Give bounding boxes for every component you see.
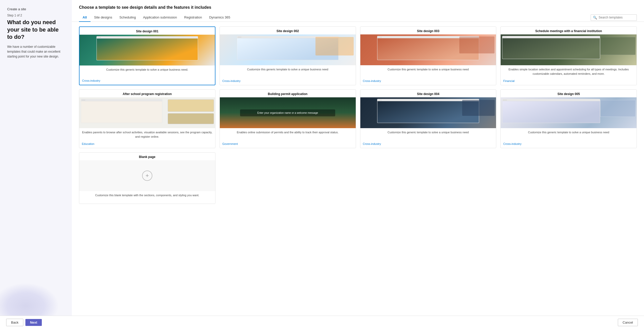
template-card-site-design-004[interactable]: Site design 004 Customize this generic t…: [360, 89, 497, 148]
template-card-building-permit[interactable]: Building permit application Enter your o…: [220, 89, 356, 148]
card-tag-005: Cross-industry: [501, 141, 637, 148]
card-desc-004: Customize this generic template to solve…: [360, 128, 496, 141]
card-title-building: Building permit application: [220, 90, 356, 97]
template-card-blank-page[interactable]: Blank page + Customize this blank templa…: [79, 152, 215, 204]
card-desc-schedule: Enables simple location selection and ap…: [501, 65, 637, 78]
card-tag-blank: [79, 200, 215, 204]
search-input[interactable]: [599, 16, 635, 19]
card-title-001: Site design 001: [80, 27, 215, 35]
card-image-building: Enter your organization name or a welcom…: [220, 97, 356, 128]
bottom-bar-left: Back Next: [6, 319, 42, 326]
tab-scheduling[interactable]: Scheduling: [116, 13, 139, 22]
card-desc-blank: Customize this blank template with the s…: [79, 191, 215, 200]
card-desc-005: Customize this generic template to solve…: [501, 128, 637, 141]
plus-icon: +: [142, 171, 152, 181]
card-desc-afterschool: Enables parents to browse after school a…: [79, 128, 215, 141]
card-image-001: [80, 35, 215, 65]
cancel-button[interactable]: Cancel: [618, 319, 638, 326]
search-box[interactable]: 🔍: [591, 14, 637, 21]
main-header: Choose a template to see design details …: [72, 0, 644, 13]
template-card-schedule-meetings[interactable]: Schedule meetings with a financial insti…: [500, 26, 637, 85]
template-card-site-design-002[interactable]: Site design 002 Customize this generic t…: [220, 26, 356, 85]
main-content: Choose a template to see design details …: [72, 0, 644, 329]
card-desc-001: Customize this generic template to solve…: [80, 65, 215, 78]
card-tag-schedule: Financial: [501, 78, 637, 85]
template-card-site-design-003[interactable]: Site design 003 Customize this generic t…: [360, 26, 497, 85]
tabs-container: All Site designs Scheduling Application …: [72, 13, 644, 22]
tab-site-designs[interactable]: Site designs: [91, 13, 116, 22]
card-tag-004: Cross-industry: [360, 141, 496, 148]
card-title-blank: Blank page: [79, 153, 215, 160]
card-tag-afterschool: Education: [79, 141, 215, 148]
card-tag-003: Cross-industry: [360, 78, 496, 85]
card-desc-002: Customize this generic template to solve…: [220, 65, 356, 78]
template-card-site-design-001[interactable]: Site design 001 Customize this generic t…: [79, 26, 215, 85]
tab-dynamics365[interactable]: Dynamics 365: [205, 13, 234, 22]
back-button[interactable]: Back: [6, 319, 23, 326]
bottom-bar: Back Next Cancel: [0, 316, 644, 329]
search-icon: 🔍: [593, 16, 597, 20]
main-heading: What do you need your site to be able to…: [7, 19, 65, 41]
choose-heading: Choose a template to see design details …: [79, 5, 637, 10]
card-title-schedule: Schedule meetings with a financial insti…: [501, 27, 637, 34]
card-title-002: Site design 002: [220, 27, 356, 34]
card-title-003: Site design 003: [360, 27, 496, 34]
page-title: Create a site: [7, 7, 65, 11]
left-panel: Create a site Step 1 of 2 What do you ne…: [0, 0, 72, 329]
card-tag-building: Government: [220, 141, 356, 148]
card-desc-building: Enables online submission of permits and…: [220, 128, 356, 141]
tab-application-submission[interactable]: Application submission: [140, 13, 181, 22]
card-tag-001: Cross-industry: [80, 78, 215, 85]
card-title-afterschool: After school program registration: [79, 90, 215, 97]
card-image-003: [360, 34, 496, 65]
card-tag-002: Cross-industry: [220, 78, 356, 85]
template-grid-container[interactable]: Site design 001 Customize this generic t…: [72, 22, 644, 316]
step-label: Step 1 of 2: [7, 14, 65, 17]
card-image-005: [501, 97, 637, 128]
card-desc-003: Customize this generic template to solve…: [360, 65, 496, 78]
card-title-004: Site design 004: [360, 90, 496, 97]
card-image-blank: +: [79, 160, 215, 191]
tab-all[interactable]: All: [79, 13, 91, 22]
card-image-004: [360, 97, 496, 128]
tab-registration[interactable]: Registration: [181, 13, 205, 22]
template-card-site-design-005[interactable]: Site design 005 Customize this generic t…: [500, 89, 637, 148]
next-button[interactable]: Next: [25, 319, 42, 326]
template-grid: Site design 001 Customize this generic t…: [79, 26, 637, 204]
card-image-schedule: [501, 34, 637, 65]
template-card-after-school[interactable]: After school program registration Enable…: [79, 89, 215, 148]
card-title-005: Site design 005: [501, 90, 637, 97]
description: We have a number of customizable templat…: [7, 44, 65, 59]
card-image-afterschool: [79, 97, 215, 128]
card-image-002: [220, 34, 356, 65]
